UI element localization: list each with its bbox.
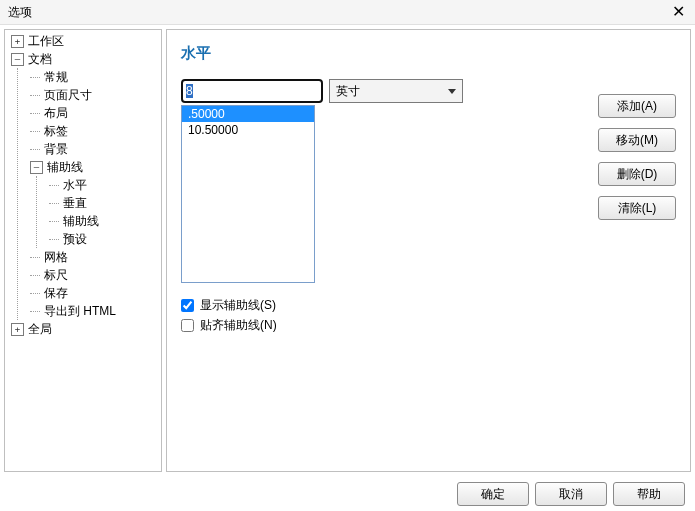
tree-label-horizontal: 水平 xyxy=(63,176,87,194)
tree-connector-icon xyxy=(30,77,40,78)
show-guides-checkbox[interactable] xyxy=(181,299,194,312)
tree-label-workspace: 工作区 xyxy=(28,32,64,50)
snap-guides-checkbox[interactable] xyxy=(181,319,194,332)
tree-label-guide: 辅助线 xyxy=(63,212,99,230)
tree-connector-icon xyxy=(49,239,59,240)
tree-connector-icon xyxy=(30,293,40,294)
tree-connector-icon xyxy=(30,275,40,276)
tree-node-export-html[interactable]: 导出到 HTML xyxy=(24,302,161,320)
tree-node-tag[interactable]: 标签 xyxy=(24,122,161,140)
values-listbox[interactable]: .50000 10.50000 xyxy=(181,105,315,283)
tree-node-page-size[interactable]: 页面尺寸 xyxy=(24,86,161,104)
list-item[interactable]: 10.50000 xyxy=(182,122,314,138)
tree-label-page-size: 页面尺寸 xyxy=(44,86,92,104)
expand-icon[interactable]: + xyxy=(11,323,24,336)
window-title: 选项 xyxy=(8,0,32,24)
clear-button[interactable]: 清除(L) xyxy=(598,196,676,220)
show-guides-row: 显示辅助线(S) xyxy=(181,295,676,315)
side-buttons: 添加(A) 移动(M) 删除(D) 清除(L) xyxy=(598,94,676,220)
content-panel: 水平 .50000 10.50000 英寸 添加(A) 移动(M) 删除(D) … xyxy=(166,29,691,472)
tree-connector-icon xyxy=(49,203,59,204)
tree-node-global[interactable]: + 全局 xyxy=(5,320,161,338)
section-title: 水平 xyxy=(181,44,676,63)
tree-label-general: 常规 xyxy=(44,68,68,86)
tree-label-layout: 布局 xyxy=(44,104,68,122)
tree-label-guides: 辅助线 xyxy=(47,158,83,176)
tree-label-tag: 标签 xyxy=(44,122,68,140)
tree-node-ruler[interactable]: 标尺 xyxy=(24,266,161,284)
delete-button[interactable]: 删除(D) xyxy=(598,162,676,186)
tree-label-global: 全局 xyxy=(28,320,52,338)
chevron-down-icon xyxy=(448,89,456,94)
dialog-footer: 确定 取消 帮助 xyxy=(0,476,695,511)
cancel-button[interactable]: 取消 xyxy=(535,482,607,506)
expand-icon[interactable]: + xyxy=(11,35,24,48)
add-button[interactable]: 添加(A) xyxy=(598,94,676,118)
tree-label-preset: 预设 xyxy=(63,230,87,248)
tree-connector-icon xyxy=(30,95,40,96)
tree-panel: + 工作区 – 文档 常规 页面尺寸 布局 标签 背景 – xyxy=(4,29,162,472)
tree-connector-icon xyxy=(30,113,40,114)
tree-label-ruler: 标尺 xyxy=(44,266,68,284)
show-guides-label: 显示辅助线(S) xyxy=(200,297,276,314)
help-button[interactable]: 帮助 xyxy=(613,482,685,506)
unit-select[interactable]: 英寸 xyxy=(329,79,463,103)
tree-label-export-html: 导出到 HTML xyxy=(44,302,116,320)
snap-guides-row: 贴齐辅助线(N) xyxy=(181,315,676,335)
close-icon[interactable]: ✕ xyxy=(668,0,689,24)
tree-node-horizontal[interactable]: 水平 xyxy=(43,176,161,194)
list-item[interactable]: .50000 xyxy=(182,106,314,122)
snap-guides-label: 贴齐辅助线(N) xyxy=(200,317,277,334)
tree-node-document[interactable]: – 文档 xyxy=(5,50,161,68)
collapse-icon[interactable]: – xyxy=(11,53,24,66)
tree-node-grid[interactable]: 网格 xyxy=(24,248,161,266)
dialog-body: + 工作区 – 文档 常规 页面尺寸 布局 标签 背景 – xyxy=(0,25,695,476)
tree-node-vertical[interactable]: 垂直 xyxy=(43,194,161,212)
ok-button[interactable]: 确定 xyxy=(457,482,529,506)
tree-label-save: 保存 xyxy=(44,284,68,302)
tree-connector-icon xyxy=(30,131,40,132)
tree-connector-icon xyxy=(49,221,59,222)
tree-connector-icon xyxy=(30,311,40,312)
tree-node-background[interactable]: 背景 xyxy=(24,140,161,158)
unit-value: 英寸 xyxy=(336,83,360,100)
tree-node-guide[interactable]: 辅助线 xyxy=(43,212,161,230)
tree-node-general[interactable]: 常规 xyxy=(24,68,161,86)
collapse-icon[interactable]: – xyxy=(30,161,43,174)
tree-connector-icon xyxy=(49,185,59,186)
tree-label-vertical: 垂直 xyxy=(63,194,87,212)
tree-label-background: 背景 xyxy=(44,140,68,158)
tree-node-preset[interactable]: 预设 xyxy=(43,230,161,248)
move-button[interactable]: 移动(M) xyxy=(598,128,676,152)
tree-node-layout[interactable]: 布局 xyxy=(24,104,161,122)
titlebar: 选项 ✕ xyxy=(0,0,695,25)
value-column: .50000 10.50000 xyxy=(181,79,323,283)
tree-node-workspace[interactable]: + 工作区 xyxy=(5,32,161,50)
tree-label-document: 文档 xyxy=(28,50,52,68)
tree-connector-icon xyxy=(30,257,40,258)
tree-root: + 工作区 – 文档 常规 页面尺寸 布局 标签 背景 – xyxy=(5,30,161,340)
tree-node-save[interactable]: 保存 xyxy=(24,284,161,302)
checkbox-group: 显示辅助线(S) 贴齐辅助线(N) xyxy=(181,295,676,335)
value-input[interactable] xyxy=(181,79,323,103)
tree-connector-icon xyxy=(30,149,40,150)
tree-label-grid: 网格 xyxy=(44,248,68,266)
tree-node-guides[interactable]: – 辅助线 xyxy=(24,158,161,176)
